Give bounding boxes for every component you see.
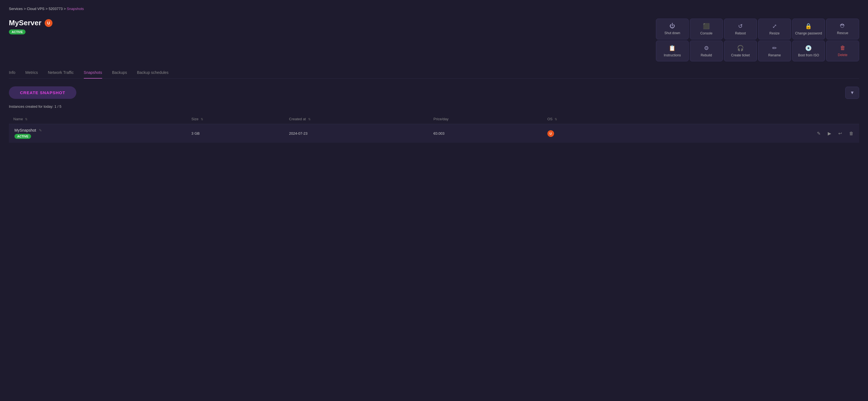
rescue-icon: ⛑ (840, 23, 845, 29)
tab-backup-schedules[interactable]: Backup schedules (137, 70, 168, 79)
snapshot-actions-cell: ✎ ▶ ↩ 🗑 (632, 124, 859, 143)
snapshot-os-cell: U (543, 124, 632, 143)
snapshot-restore-button[interactable]: ▶ (827, 130, 832, 137)
col-header-size: Size ⇅ (187, 114, 285, 124)
resize-icon: ⤢ (772, 23, 777, 29)
breadcrumb: Services > Cloud VPS > 5203773 > Snapsho… (9, 7, 859, 11)
col-header-created-at: Created at ⇅ (284, 114, 429, 124)
rename-icon: ✏ (772, 45, 777, 51)
boot-from-iso-button[interactable]: 💿 Boot from ISO (792, 40, 825, 61)
tab-network-traffic[interactable]: Network Traffic (48, 70, 73, 79)
filter-icon: ▼ (850, 90, 855, 95)
snapshot-name-cell: MySnapshot ✎ ACTIVE (9, 124, 187, 143)
server-header: MyServer U ACTIVE ⏻ Shut down ⬛ Console … (9, 19, 859, 61)
snapshot-row-actions: ✎ ▶ ↩ 🗑 (636, 130, 855, 137)
server-status-badge: ACTIVE (9, 29, 26, 34)
snapshots-table: Name ⇅ Size ⇅ Created at ⇅ Price/day OS … (9, 114, 859, 143)
create-snapshot-button[interactable]: CREATE SNAPSHOT (9, 86, 76, 99)
shut-down-button[interactable]: ⏻ Shut down (656, 19, 689, 39)
change-password-label: Change password (795, 31, 822, 35)
create-ticket-button[interactable]: 🎧 Create ticket (724, 40, 757, 61)
reboot-label: Reboot (735, 31, 746, 35)
tab-info[interactable]: Info (9, 70, 15, 79)
snapshot-inline-edit-icon[interactable]: ✎ (39, 128, 42, 132)
col-header-os: OS ⇅ (543, 114, 632, 124)
snapshot-status-badge: ACTIVE (14, 134, 31, 139)
rename-label: Rename (768, 53, 781, 57)
snapshot-price: €0.003 (434, 131, 445, 135)
server-name: MyServer (9, 19, 41, 27)
delete-button[interactable]: 🗑 Delete (826, 40, 859, 61)
actions-container: ⏻ Shut down ⬛ Console ↺ Reboot ⤢ Resize … (656, 19, 859, 61)
tab-snapshots[interactable]: Snapshots (84, 70, 102, 79)
rebuild-label: Rebuild (701, 53, 712, 57)
rescue-label: Rescue (837, 31, 848, 35)
boot-from-iso-icon: 💿 (805, 45, 812, 51)
console-label: Console (700, 31, 713, 35)
reboot-icon: ↺ (738, 23, 743, 29)
snapshot-price-cell: €0.003 (429, 124, 543, 143)
delete-label: Delete (838, 53, 847, 57)
shut-down-label: Shut down (664, 31, 680, 35)
tab-backups[interactable]: Backups (112, 70, 127, 79)
rebuild-icon: ⚙ (704, 45, 709, 51)
filter-button[interactable]: ▼ (845, 87, 859, 99)
console-icon: ⬛ (703, 23, 710, 29)
create-ticket-icon: 🎧 (737, 45, 744, 51)
snapshot-delete-button[interactable]: 🗑 (848, 130, 855, 137)
table-row: MySnapshot ✎ ACTIVE 3 GB 2024-07-23 €0.0… (9, 124, 859, 143)
actions-row-1: ⏻ Shut down ⬛ Console ↺ Reboot ⤢ Resize … (656, 19, 859, 39)
size-sort-icon[interactable]: ⇅ (201, 118, 203, 121)
table-header-row: Name ⇅ Size ⇅ Created at ⇅ Price/day OS … (9, 114, 859, 124)
snapshots-section: CREATE SNAPSHOT ▼ Instances created for … (9, 86, 859, 143)
instances-info: Instances created for today: 1 / 5 (9, 104, 859, 109)
os-sort-icon[interactable]: ⇅ (555, 118, 557, 121)
col-header-price-day: Price/day (429, 114, 543, 124)
console-button[interactable]: ⬛ Console (690, 19, 723, 39)
snapshot-os-icon: U (548, 130, 554, 137)
snapshot-size: 3 GB (191, 131, 200, 135)
instructions-icon: 📋 (669, 45, 676, 51)
col-header-actions (632, 114, 859, 124)
snapshot-created-at-cell: 2024-07-23 (284, 124, 429, 143)
change-password-button[interactable]: 🔒 Change password (792, 19, 825, 39)
instructions-label: Instructions (664, 53, 681, 57)
create-ticket-label: Create ticket (731, 53, 750, 57)
snapshot-created-at: 2024-07-23 (289, 131, 308, 135)
change-password-icon: 🔒 (805, 23, 812, 29)
created-at-sort-icon[interactable]: ⇅ (308, 118, 311, 121)
instructions-button[interactable]: 📋 Instructions (656, 40, 689, 61)
col-header-name: Name ⇅ (9, 114, 187, 124)
server-os-icon: U (45, 19, 53, 27)
rename-button[interactable]: ✏ Rename (758, 40, 791, 61)
actions-row-2: 📋 Instructions ⚙ Rebuild 🎧 Create ticket… (656, 40, 859, 61)
snapshot-edit-button[interactable]: ✎ (816, 130, 822, 137)
snapshot-name-area: MySnapshot ✎ ACTIVE (14, 128, 183, 139)
delete-icon: 🗑 (840, 45, 845, 51)
snapshots-toolbar: CREATE SNAPSHOT ▼ (9, 86, 859, 99)
rebuild-button[interactable]: ⚙ Rebuild (690, 40, 723, 61)
server-title-row: MyServer U (9, 19, 53, 27)
tab-metrics[interactable]: Metrics (25, 70, 38, 79)
snapshot-name-row: MySnapshot ✎ (14, 128, 183, 132)
rescue-button[interactable]: ⛑ Rescue (826, 19, 859, 39)
snapshot-size-cell: 3 GB (187, 124, 285, 143)
server-title-area: MyServer U ACTIVE (9, 19, 53, 34)
name-sort-icon[interactable]: ⇅ (25, 118, 28, 121)
resize-button[interactable]: ⤢ Resize (758, 19, 791, 39)
shut-down-icon: ⏻ (670, 23, 675, 29)
snapshot-name: MySnapshot (14, 128, 36, 132)
reboot-button[interactable]: ↺ Reboot (724, 19, 757, 39)
resize-label: Resize (770, 31, 780, 35)
boot-from-iso-label: Boot from ISO (798, 53, 819, 57)
snapshot-rollback-button[interactable]: ↩ (837, 130, 843, 137)
tab-bar: Info Metrics Network Traffic Snapshots B… (9, 70, 859, 79)
